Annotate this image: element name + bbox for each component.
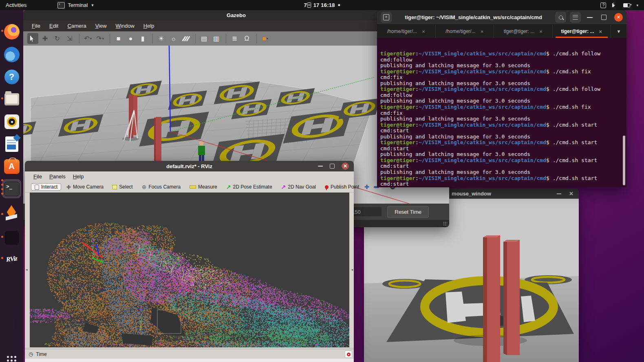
point-light-tool-icon[interactable]: ☀ xyxy=(156,33,167,44)
dock-item-help[interactable]: ? xyxy=(3,68,20,85)
collapse-right-panel-icon[interactable]: ◂ xyxy=(351,268,353,272)
align-tool-icon[interactable]: ≣ xyxy=(229,33,240,44)
maximize-button[interactable] xyxy=(599,15,609,20)
cube-tool-icon[interactable]: ■ xyxy=(113,33,124,44)
gazebo-menu-window[interactable]: Window xyxy=(111,23,139,29)
select-icon xyxy=(112,185,117,189)
undo-tool-icon[interactable]: ↶▾ xyxy=(82,33,93,44)
rviz-tool-measure[interactable]: Measure xyxy=(186,183,221,191)
dock-item-libreoffice-writer[interactable] xyxy=(3,136,20,152)
paste-tool-icon[interactable]: ▥ xyxy=(211,33,222,44)
terminal-line: cmd:start xyxy=(380,163,626,169)
hamburger-icon xyxy=(573,15,578,20)
scrollbar-thumb[interactable] xyxy=(623,136,625,185)
time-panel-close-button[interactable] xyxy=(345,351,352,358)
snap-tool-icon[interactable]: Ω xyxy=(241,33,252,44)
move-tool-icon[interactable]: ✚ xyxy=(40,33,51,44)
rviz-tool-2d-nav-goal[interactable]: ↗2D Nav Goal xyxy=(278,183,320,191)
close-button[interactable]: × xyxy=(614,13,623,22)
tab-close-icon[interactable]: × xyxy=(599,29,602,35)
gazebo-menu-file[interactable]: File xyxy=(27,23,45,29)
dock-item-rviz[interactable]: RViz xyxy=(3,250,20,267)
rviz-tool-focus-camera[interactable]: ⊕Focus Camera xyxy=(138,183,184,191)
rviz-tool-interact[interactable]: Interact xyxy=(31,183,61,191)
dock-item-ubuntu-software[interactable]: A xyxy=(3,158,20,175)
dock-item-hidden-app[interactable] xyxy=(3,229,20,246)
dock-item-show-applications[interactable] xyxy=(3,352,20,362)
rviz-titlebar[interactable]: default.rviz* - RViz ✕ xyxy=(25,161,354,171)
terminal-tab-2[interactable]: /home/tiger/...× xyxy=(436,25,494,38)
dock-item-rhythmbox[interactable] xyxy=(3,113,20,130)
terminal-tab-3[interactable]: tiger@tiger: ...× xyxy=(494,25,553,38)
terminal-line: publishing and latching message for 3.0 … xyxy=(380,169,626,176)
add-tool-button[interactable]: ✚ xyxy=(364,184,369,190)
system-tray[interactable]: ? ▾ xyxy=(600,2,644,8)
terminal-tab-4[interactable]: tiger@tiger: ...× xyxy=(553,25,611,38)
minimize-button[interactable] xyxy=(584,17,595,18)
rviz-window: default.rviz* - RViz ✕ FilePanelsHelp In… xyxy=(25,161,354,362)
terminal-line: publishing and latching message for 3.0 … xyxy=(380,151,626,158)
dock-item-terminal[interactable]: >_ xyxy=(2,179,21,198)
activities-button[interactable]: Activities xyxy=(0,0,32,10)
insert-model-tool-icon[interactable]: ■▾ xyxy=(260,33,271,44)
network-status-icon: ? xyxy=(600,2,606,8)
ubuntu-software-icon: A xyxy=(4,159,20,174)
close-icon[interactable]: ✕ xyxy=(569,191,573,197)
rviz-tool-select[interactable]: Select xyxy=(109,183,136,191)
terminal-headerbar[interactable]: + tiger@tiger: ~/VISIM_single/catkin_ws/… xyxy=(377,10,626,24)
new-tab-button[interactable]: + xyxy=(381,12,392,23)
terminal-output[interactable]: tiger@tiger:~/VISIM_single/catkin_ws/src… xyxy=(377,38,626,187)
directional-light-tool-icon[interactable] xyxy=(180,33,191,44)
tab-label: tiger@tiger: ... xyxy=(561,29,594,34)
sphere-tool-icon[interactable]: ● xyxy=(125,33,136,44)
help-icon: ? xyxy=(4,70,19,84)
maximize-icon[interactable] xyxy=(330,164,335,169)
rviz-tool-2d-pose-estimate[interactable]: ↗2D Pose Estimate xyxy=(223,183,276,191)
search-button[interactable] xyxy=(555,12,566,23)
cylinder-tool-icon[interactable]: ▮ xyxy=(137,33,148,44)
tool-label: Select xyxy=(119,184,132,190)
clock-text: 17 16:18 xyxy=(312,2,335,8)
tool-label: 2D Nav Goal xyxy=(288,184,316,190)
terminal-line: tiger@tiger:~/VISIM_single/catkin_ws/src… xyxy=(380,86,626,92)
minimize-icon[interactable] xyxy=(557,193,561,194)
terminal-tab-1[interactable]: /home/tiger/...× xyxy=(377,25,436,38)
dock-item-thunderbird[interactable] xyxy=(3,46,20,63)
time-panel-label: Time xyxy=(36,351,46,357)
tab-close-icon[interactable]: × xyxy=(481,29,484,35)
redo-tool-icon[interactable]: ↷▾ xyxy=(95,33,106,44)
gazebo-menu-view[interactable]: View xyxy=(91,23,111,29)
toolbar-separator xyxy=(79,34,79,44)
app-menu[interactable]: Terminal ▼ xyxy=(57,0,94,10)
reset-time-button[interactable]: Reset Time xyxy=(387,206,429,218)
gazebo-icon xyxy=(4,207,20,223)
terminal-line: cmd:fix xyxy=(380,110,626,116)
red-pillar-2 xyxy=(503,240,520,355)
tab-close-icon[interactable]: × xyxy=(539,29,543,35)
clock-button[interactable]: 7 17 16:18 xyxy=(304,2,340,8)
gazebo-menu-camera[interactable]: Camera xyxy=(63,23,90,29)
dock-item-gazebo[interactable] xyxy=(3,206,20,223)
rviz-menu-panels[interactable]: Panels xyxy=(46,173,69,180)
dock-item-firefox[interactable] xyxy=(3,23,20,40)
scale-tool-icon[interactable]: ⇲ xyxy=(64,33,75,44)
cursor-tool-icon[interactable] xyxy=(27,33,38,44)
dock-item-files[interactable] xyxy=(3,91,20,108)
tab-close-icon[interactable]: × xyxy=(422,29,425,35)
rviz-pointcloud-viewport[interactable] xyxy=(30,193,349,347)
spot-light-tool-icon[interactable]: ☼ xyxy=(168,33,179,44)
menu-button[interactable] xyxy=(570,12,581,23)
gazebo-menu-edit[interactable]: Edit xyxy=(45,23,63,29)
rviz-tool-publish-point[interactable]: Publish Point xyxy=(321,183,363,191)
gazebo-menu-help[interactable]: Help xyxy=(139,23,159,29)
rviz-menu-file[interactable]: File xyxy=(30,173,46,180)
close-icon[interactable]: ✕ xyxy=(342,162,349,170)
rotate-tool-icon[interactable]: ↻ xyxy=(52,33,63,44)
collapse-left-panel-icon[interactable]: ◂ xyxy=(26,268,28,272)
copy-tool-icon[interactable]: ▤ xyxy=(198,33,210,44)
chevron-down-icon: ▼ xyxy=(90,3,94,7)
tab-list-dropdown[interactable]: ▼ xyxy=(611,25,626,38)
rviz-tool-move-camera[interactable]: ✚Move Camera xyxy=(63,183,107,191)
rviz-menu-help[interactable]: Help xyxy=(69,173,88,180)
minimize-icon[interactable] xyxy=(318,166,323,167)
